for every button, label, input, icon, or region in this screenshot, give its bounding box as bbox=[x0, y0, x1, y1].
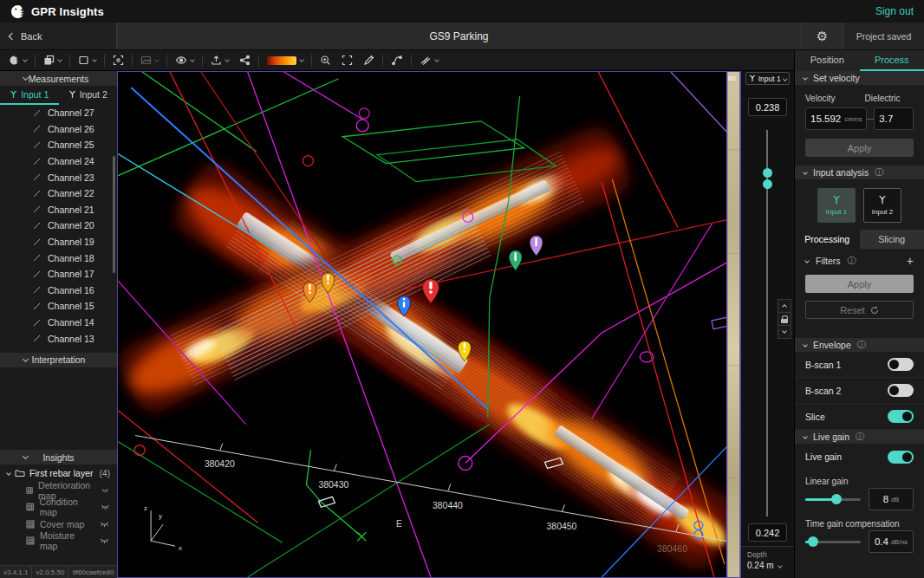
sidebar-scrollbar[interactable] bbox=[113, 156, 115, 273]
chevron-down-icon bbox=[434, 57, 439, 62]
bscan1-toggle[interactable] bbox=[888, 358, 914, 371]
set-velocity-header[interactable]: Set velocity bbox=[795, 71, 924, 85]
tab-input-2[interactable]: Input 2 bbox=[59, 86, 118, 105]
live-gain-row: Live gain bbox=[795, 444, 924, 470]
channel-item[interactable]: Channel 24 bbox=[0, 153, 117, 170]
tgc-slider[interactable] bbox=[805, 536, 861, 547]
velocity-input[interactable] bbox=[810, 114, 843, 124]
channel-item[interactable]: Channel 16 bbox=[0, 283, 117, 299]
velocity-apply-button[interactable]: Apply bbox=[805, 139, 914, 157]
measurements-section-header[interactable]: Measurements bbox=[0, 71, 117, 86]
visibility-off-icon[interactable] bbox=[101, 487, 109, 494]
gpr-3d-viewport[interactable]: 380420 380430 380440 380450 380460 E z y bbox=[117, 71, 741, 578]
line-icon bbox=[33, 334, 41, 342]
add-filter-icon[interactable]: + bbox=[907, 255, 914, 267]
line-icon bbox=[33, 205, 41, 213]
channel-item[interactable]: Channel 20 bbox=[0, 218, 117, 234]
slice-bottom-value[interactable]: 0.242 bbox=[748, 523, 787, 542]
tab-processing[interactable]: Processing bbox=[795, 230, 860, 249]
share-button[interactable] bbox=[234, 52, 256, 69]
filters-reset-button[interactable]: Reset bbox=[805, 301, 914, 319]
dielectric-field[interactable] bbox=[874, 107, 914, 130]
channel-item[interactable]: Channel 25 bbox=[0, 137, 117, 153]
channel-item[interactable]: Channel 26 bbox=[0, 121, 117, 138]
visibility-off-icon[interactable] bbox=[100, 521, 109, 528]
input-analysis-buttons: Input 1 Input 2 bbox=[795, 179, 924, 230]
live-gain-toggle[interactable] bbox=[888, 451, 914, 464]
insight-item-condition[interactable]: Condition map bbox=[0, 499, 117, 516]
visibility-off-icon[interactable] bbox=[100, 537, 109, 544]
slice-box-menu-button[interactable] bbox=[73, 52, 101, 69]
tab-process[interactable]: Process bbox=[860, 50, 924, 71]
input-analysis-header[interactable]: Input analysis ⓘ bbox=[795, 166, 924, 179]
layers-menu-button[interactable] bbox=[38, 52, 67, 69]
linear-gain-value[interactable]: 8 dB bbox=[869, 488, 914, 510]
input-2-button[interactable]: Input 2 bbox=[863, 188, 901, 223]
live-gain-header[interactable]: Live gain ⓘ bbox=[795, 430, 924, 444]
image-menu-button[interactable] bbox=[135, 52, 164, 69]
tab-input-1[interactable]: Input 1 bbox=[0, 86, 59, 105]
tab-position[interactable]: Position bbox=[795, 50, 860, 71]
depth-dropdown[interactable]: 0.24 m bbox=[747, 561, 788, 570]
lock-range-button[interactable] bbox=[778, 312, 791, 326]
slice-step-controls bbox=[778, 300, 791, 339]
trace-spline-button[interactable] bbox=[386, 52, 408, 69]
sign-out-link[interactable]: Sign out bbox=[875, 5, 914, 17]
left-sidebar: Measurements Input 1 Input 2 Chann bbox=[0, 71, 117, 578]
svg-text:x: x bbox=[179, 544, 182, 552]
line-icon bbox=[33, 109, 41, 117]
profile-strip[interactable]: 60 bbox=[727, 72, 740, 577]
velocity-field[interactable]: cm/ns bbox=[805, 107, 867, 130]
slice-top-value[interactable]: 0.238 bbox=[748, 98, 787, 116]
channel-item[interactable]: Channel 23 bbox=[0, 169, 117, 185]
filters-apply-button[interactable]: Apply bbox=[805, 275, 914, 293]
channel-item[interactable]: Channel 15 bbox=[0, 298, 117, 315]
channel-item[interactable]: Channel 14 bbox=[0, 315, 117, 331]
slice-input-selector[interactable]: Input 1 bbox=[745, 72, 790, 85]
channel-item[interactable]: Channel 19 bbox=[0, 234, 117, 250]
channel-item[interactable]: Channel 21 bbox=[0, 202, 117, 218]
step-up-button[interactable] bbox=[778, 299, 791, 313]
fullscreen-button[interactable] bbox=[336, 52, 358, 69]
colormap-menu-button[interactable] bbox=[262, 52, 309, 69]
tab-slicing[interactable]: Slicing bbox=[860, 230, 924, 249]
export-menu-button[interactable] bbox=[205, 52, 234, 69]
insights-section-header[interactable]: Insights bbox=[0, 450, 117, 464]
dielectric-input[interactable] bbox=[879, 114, 908, 124]
filters-header[interactable]: Filters ⓘ + bbox=[795, 249, 924, 273]
channel-item[interactable]: Channel 22 bbox=[0, 185, 117, 202]
colormap-swatch bbox=[267, 56, 296, 65]
measure-menu-button[interactable] bbox=[414, 52, 444, 69]
slice-slider-handle-lower[interactable] bbox=[763, 179, 772, 189]
slice-toggle[interactable] bbox=[888, 410, 914, 423]
chevron-down-icon bbox=[803, 75, 808, 81]
visibility-menu-button[interactable] bbox=[170, 52, 199, 69]
visibility-off-icon[interactable] bbox=[101, 503, 109, 510]
bscan1-row: B-scan 1 bbox=[795, 352, 924, 378]
bscan2-toggle[interactable] bbox=[888, 384, 914, 397]
back-button[interactable]: Back bbox=[0, 23, 117, 49]
envelope-header[interactable]: Envelope ⓘ bbox=[795, 338, 924, 352]
input-1-button[interactable]: Input 1 bbox=[817, 188, 856, 223]
interpretation-section-header[interactable]: Interpretation bbox=[0, 353, 117, 367]
channel-item[interactable]: Channel 27 bbox=[0, 105, 117, 121]
channel-item[interactable]: Channel 13 bbox=[0, 330, 117, 347]
velocity-unit: cm/ns bbox=[844, 115, 862, 123]
model-menu-button[interactable] bbox=[3, 52, 32, 69]
fit-view-button[interactable] bbox=[107, 52, 129, 69]
zoom-tool-button[interactable] bbox=[315, 52, 336, 69]
line-icon bbox=[33, 141, 41, 149]
insight-item-moisture[interactable]: Moisture map bbox=[0, 533, 117, 550]
slice-slider-handle-upper[interactable] bbox=[763, 168, 772, 178]
step-down-button[interactable] bbox=[778, 325, 791, 339]
settings-button[interactable]: ⚙ bbox=[801, 23, 843, 49]
channel-item[interactable]: Channel 18 bbox=[0, 250, 117, 266]
line-icon bbox=[33, 254, 41, 262]
draw-tool-button[interactable] bbox=[358, 52, 380, 69]
tgc-value[interactable]: 0.4 dB/ns bbox=[869, 530, 914, 553]
linear-gain-slider[interactable] bbox=[805, 494, 861, 504]
slice-row: Slice bbox=[795, 404, 924, 430]
chevron-down-icon bbox=[803, 434, 808, 439]
chevron-down-icon bbox=[783, 76, 787, 81]
channel-item[interactable]: Channel 17 bbox=[0, 266, 117, 283]
